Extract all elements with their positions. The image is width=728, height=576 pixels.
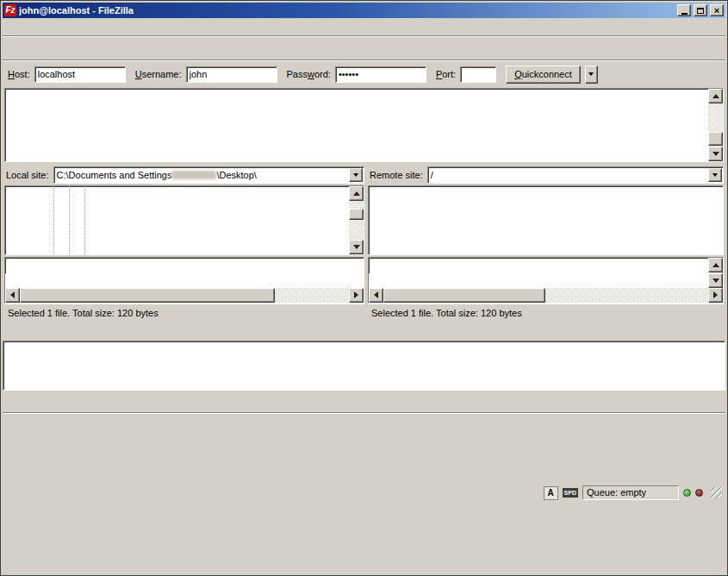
tree-guide	[53, 186, 54, 254]
local-hscrollbar	[5, 288, 364, 303]
queue-header	[3, 323, 725, 341]
port-input[interactable]	[460, 66, 496, 83]
remote-hscrollbar	[369, 288, 723, 303]
speed-limits-icon[interactable]: SPD	[563, 488, 578, 498]
port-label: Port:	[436, 69, 456, 79]
password-input[interactable]	[335, 66, 426, 83]
local-site-label: Local site:	[4, 170, 53, 180]
queue-body	[3, 341, 725, 391]
close-button[interactable]: ×	[710, 4, 724, 16]
activity-led-red-icon	[695, 489, 703, 497]
remote-directory-tree	[368, 185, 724, 255]
quickconnect-bar: Host: Username: Password: Port: Quickcon…	[3, 61, 725, 87]
scroll-down-button[interactable]	[349, 240, 364, 254]
arrow-right-icon	[713, 291, 718, 298]
maximize-icon	[697, 8, 704, 14]
arrow-up-icon	[712, 94, 719, 98]
tree-guide	[84, 186, 85, 254]
resize-grip[interactable]	[711, 487, 722, 498]
arrow-right-icon	[354, 291, 358, 298]
scroll-left-button[interactable]	[5, 288, 20, 303]
remote-site-row: Remote site: /	[368, 166, 724, 185]
chevron-down-icon	[712, 173, 718, 177]
local-list-rows	[5, 273, 364, 288]
remote-list-header	[369, 258, 708, 273]
quickconnect-dropdown-button[interactable]	[585, 66, 598, 84]
message-log	[4, 88, 724, 162]
redacted-username	[171, 171, 216, 179]
arrow-up-icon	[353, 191, 360, 196]
scroll-down-button[interactable]	[708, 147, 723, 161]
remote-scrollbar	[708, 258, 723, 288]
local-site-row: Local site: C:\Documents and Settings\De…	[4, 166, 364, 185]
remote-site-combo[interactable]: /	[427, 166, 724, 184]
main-split: Local site: C:\Documents and Settings\De…	[3, 164, 725, 322]
remote-list-rows	[369, 273, 708, 288]
password-label: Password:	[287, 69, 331, 79]
status-bar: A SPD Queue: empty	[3, 412, 725, 574]
username-label: Username:	[135, 69, 182, 79]
scroll-left-button[interactable]	[369, 288, 383, 303]
scroll-up-button[interactable]	[708, 89, 723, 103]
local-pane: Local site: C:\Documents and Settings\De…	[4, 166, 364, 322]
local-site-combo[interactable]: C:\Documents and Settings\Desktop\	[53, 166, 364, 184]
local-tree-scrollbar	[349, 186, 364, 254]
remote-status-text: Selected 1 file. Total size: 120 bytes	[368, 304, 724, 322]
scroll-right-button[interactable]	[349, 288, 364, 303]
arrow-down-icon	[712, 279, 719, 283]
maximize-button[interactable]	[694, 4, 707, 16]
username-input[interactable]	[186, 66, 277, 83]
menu-bar	[3, 18, 725, 35]
scroll-up-button[interactable]	[708, 258, 723, 272]
host-input[interactable]	[34, 66, 126, 83]
scrollbar-thumb[interactable]	[349, 209, 364, 220]
local-file-list	[4, 257, 364, 304]
close-icon: ×	[714, 6, 719, 15]
chevron-down-icon	[588, 72, 594, 76]
scroll-up-button[interactable]	[349, 186, 364, 201]
window-title: john@localhost - FileZilla	[19, 5, 675, 16]
title-bar: Fz john@localhost - FileZilla ×	[3, 3, 725, 18]
minimize-button[interactable]	[677, 4, 691, 16]
activity-led-green-icon	[683, 489, 691, 497]
arrow-left-icon	[374, 291, 378, 298]
quickconnect-button[interactable]: Quickconnect	[506, 66, 581, 84]
local-status-text: Selected 1 file. Total size: 120 bytes	[4, 304, 364, 322]
scroll-down-button[interactable]	[708, 273, 723, 288]
scrollbar-thumb[interactable]	[383, 288, 545, 303]
host-label: Host:	[8, 69, 30, 79]
scrollbar-thumb[interactable]	[20, 288, 275, 303]
data-type-indicator-icon[interactable]: A	[544, 486, 558, 500]
queue-size-field: Queue: empty	[582, 485, 679, 500]
scroll-right-button[interactable]	[708, 288, 723, 303]
toolbar	[3, 37, 725, 59]
remote-site-dropdown-button[interactable]	[708, 168, 722, 182]
minimize-icon	[681, 13, 688, 15]
local-directory-tree	[4, 185, 364, 255]
filezilla-window: Fz john@localhost - FileZilla × Host: Us…	[0, 0, 728, 576]
chevron-down-icon	[353, 173, 358, 177]
arrow-down-icon	[712, 152, 719, 156]
arrow-up-icon	[712, 263, 719, 267]
arrow-down-icon	[353, 245, 360, 249]
local-site-dropdown-button[interactable]	[349, 168, 363, 182]
queue-tabs	[3, 391, 725, 412]
log-scrollbar	[708, 89, 723, 161]
tree-guide	[69, 186, 70, 254]
remote-pane: Remote site: /	[368, 166, 724, 322]
remote-file-list	[368, 257, 724, 304]
arrow-left-icon	[10, 291, 15, 298]
remote-site-label: Remote site:	[368, 170, 427, 180]
filezilla-logo-icon: Fz	[4, 4, 16, 16]
scrollbar-thumb[interactable]	[708, 132, 723, 146]
local-list-header	[5, 258, 364, 273]
